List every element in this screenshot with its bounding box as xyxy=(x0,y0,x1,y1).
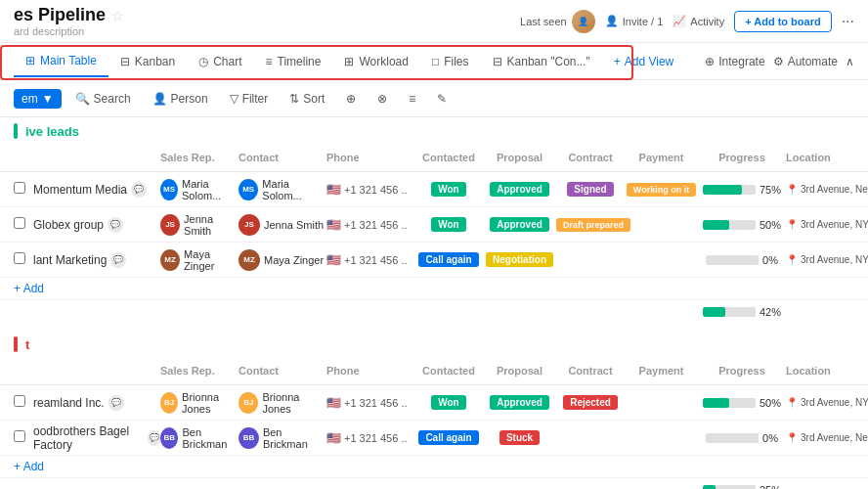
location-pin-icon: 📍 xyxy=(786,184,798,195)
add-view-button[interactable]: + Add View xyxy=(602,47,686,76)
col-header-location-2: Location xyxy=(786,365,868,377)
flag-icon: 🇺🇸 xyxy=(326,183,341,197)
row-location: 📍 3rd Avenue, NY... xyxy=(786,254,868,265)
add-row-button-2[interactable]: + Add xyxy=(0,456,868,477)
row-sales: BJ Brionna Jones xyxy=(160,391,239,415)
more-options-icon[interactable]: ··· xyxy=(842,13,854,30)
add-to-board-button[interactable]: + Add to board xyxy=(734,11,832,32)
group-active: ive leads Sales Rep. Contact Phone Conta… xyxy=(0,117,868,327)
contact-avatar: MS xyxy=(239,179,258,200)
col-header-progress-2: Progress xyxy=(698,365,786,377)
row-name[interactable]: reamland Inc. 💬 xyxy=(33,395,160,411)
message-icon[interactable]: 💬 xyxy=(110,252,126,268)
table-row: Globex group 💬 JS Jenna Smith JS Jenna S… xyxy=(0,207,868,243)
col-header-progress: Progress xyxy=(698,152,786,163)
sales-avatar: MZ xyxy=(160,249,180,271)
tool2-icon: ⊗ xyxy=(377,92,387,106)
person-button[interactable]: 👤 Person xyxy=(145,89,216,109)
integrate-icon: ⊕ xyxy=(705,55,715,68)
group-color-bar xyxy=(14,123,18,139)
files-icon: □ xyxy=(432,55,439,68)
row-contacted[interactable]: Won xyxy=(414,217,483,232)
message-icon[interactable]: 💬 xyxy=(108,217,123,233)
row-location: 📍 3rd Avenue, Ne... xyxy=(786,184,868,195)
message-icon[interactable]: 💬 xyxy=(108,395,124,411)
row-proposal[interactable]: Stuck xyxy=(483,430,556,445)
search-button[interactable]: 🔍 Search xyxy=(67,89,139,109)
tab-timeline[interactable]: ≡ Timeline xyxy=(254,47,333,76)
tab-chart[interactable]: ◷ Chart xyxy=(187,47,253,76)
col-header-contract: Contract xyxy=(556,152,625,163)
col-header-sales: Sales Rep. xyxy=(160,152,239,163)
col-header-payment-2: Payment xyxy=(625,365,698,377)
row-contacted[interactable]: Call again xyxy=(414,252,483,267)
col-header-contact: Contact xyxy=(239,152,326,163)
collapse-button[interactable]: ∧ xyxy=(846,55,854,68)
row-contract[interactable]: Rejected xyxy=(556,395,625,410)
group-summary: 42% Apr 1 - 30 xyxy=(0,299,868,327)
message-icon[interactable]: 💬 xyxy=(131,182,147,198)
row-contacted[interactable]: Call again xyxy=(414,430,483,445)
star-icon[interactable]: ☆ xyxy=(111,8,124,23)
add-row-button[interactable]: + Add xyxy=(0,278,868,299)
tab-kanban[interactable]: ⊟ Kanban xyxy=(108,47,187,76)
row-phone: 🇺🇸 +1 321 456 .. xyxy=(326,218,414,232)
row-name[interactable]: oodbrothers Bagel Factory 💬 xyxy=(33,424,160,452)
row-contact: MZ Maya Zinger xyxy=(239,249,326,271)
tab-kanban-con[interactable]: ⊟ Kanban "Con..." xyxy=(481,47,602,76)
row-name[interactable]: lant Marketing 💬 xyxy=(33,252,160,268)
row-contract[interactable]: Draft prepared xyxy=(556,217,625,232)
row-contact: MS Maria Solom... xyxy=(239,178,326,201)
group-red-title: t xyxy=(25,337,29,352)
row-payment[interactable]: Working on it xyxy=(625,182,698,197)
row-checkbox[interactable] xyxy=(14,217,25,229)
row-phone: 🇺🇸 +1 321 456 .. xyxy=(326,183,414,197)
tool-btn-4[interactable]: ✎ xyxy=(429,89,455,109)
tool-btn-3[interactable]: ≡ xyxy=(401,89,423,109)
row-proposal[interactable]: Negotiation xyxy=(483,252,556,267)
col-header-sales-2: Sales Rep. xyxy=(160,365,239,377)
tabs-bar: ⊞ Main Table ⊟ Kanban ◷ Chart ≡ Timeline… xyxy=(0,43,868,80)
row-name[interactable]: Momentum Media 💬 xyxy=(33,182,160,198)
group-active-header: ive leads xyxy=(0,117,868,143)
tool-btn-1[interactable]: ⊕ xyxy=(338,89,364,109)
automate-button[interactable]: ⚙ Automate xyxy=(773,55,838,68)
tool-btn-2[interactable]: ⊗ xyxy=(369,89,395,109)
tab-files[interactable]: □ Files xyxy=(420,47,481,76)
invite-button[interactable]: 👤Invite / 1 xyxy=(605,15,664,27)
header: es Pipeline ☆ ard description Last seen … xyxy=(0,0,868,43)
header-right: Last seen 👤 👤Invite / 1 📈Activity + Add … xyxy=(520,10,854,33)
filter-button[interactable]: ▽ Filter xyxy=(222,89,277,109)
row-contact: BJ Brionna Jones xyxy=(239,391,326,415)
progress-text: 75% xyxy=(760,184,781,196)
row-proposal[interactable]: Approved xyxy=(483,395,556,410)
activity-button[interactable]: 📈Activity xyxy=(673,15,724,27)
row-contacted[interactable]: Won xyxy=(414,182,483,197)
sales-avatar: MS xyxy=(160,179,178,200)
dropdown-icon: ▼ xyxy=(42,92,54,106)
row-contract[interactable]: Signed xyxy=(556,182,625,197)
contact-avatar: JS xyxy=(239,214,260,236)
row-proposal[interactable]: Approved xyxy=(483,217,556,232)
integrate-button[interactable]: ⊕ Integrate xyxy=(705,55,764,68)
row-checkbox[interactable] xyxy=(14,395,25,407)
sort-icon: ⇅ xyxy=(289,92,299,106)
row-checkbox[interactable] xyxy=(14,252,25,264)
sort-button[interactable]: ⇅ Sort xyxy=(282,89,332,109)
row-checkbox[interactable] xyxy=(14,182,25,194)
progress-text: 50% xyxy=(760,219,781,231)
group-color-bar-red xyxy=(14,336,18,352)
message-icon[interactable]: 💬 xyxy=(148,430,160,446)
row-proposal[interactable]: Approved xyxy=(483,182,556,197)
summary-progress-bar xyxy=(703,307,756,317)
summary-progress-bar-2 xyxy=(703,485,756,490)
tab-main-table[interactable]: ⊞ Main Table xyxy=(14,46,108,77)
tab-workload[interactable]: ⊞ Workload xyxy=(332,47,419,76)
row-checkbox[interactable] xyxy=(14,430,25,442)
flag-icon: 🇺🇸 xyxy=(326,431,341,445)
last-seen: Last seen 👤 xyxy=(520,10,595,33)
row-name[interactable]: Globex group 💬 xyxy=(33,217,160,233)
em-filter-button[interactable]: em ▼ xyxy=(14,89,62,109)
row-contacted[interactable]: Won xyxy=(414,395,483,410)
location-pin-icon: 📍 xyxy=(786,397,798,408)
